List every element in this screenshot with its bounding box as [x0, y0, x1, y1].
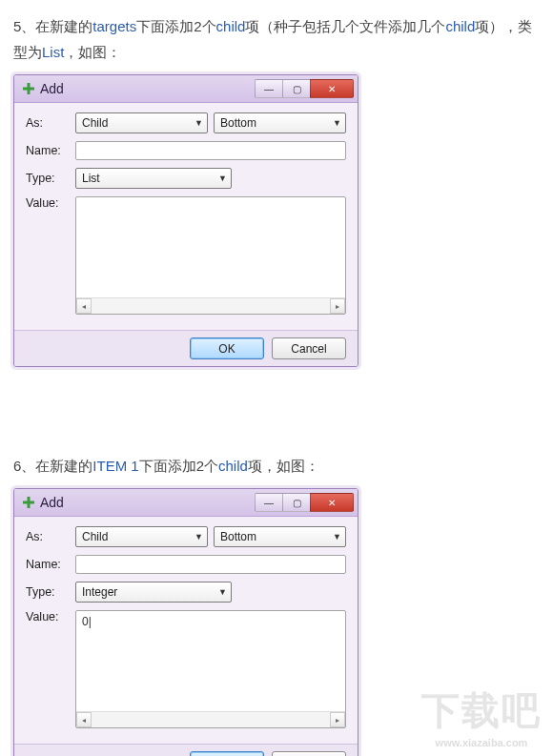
- window-buttons: — ▢ ✕: [256, 79, 354, 98]
- dialog-title: Add: [40, 495, 256, 510]
- as-dropdown[interactable]: Child▼: [75, 112, 208, 133]
- svg-rect-1: [23, 88, 34, 91]
- chevron-down-icon: ▼: [218, 174, 227, 183]
- as-label: As:: [26, 116, 70, 130]
- dialog-title: Add: [40, 81, 256, 96]
- add-dialog-1: Add — ▢ ✕ As: Child▼ Bottom▼ Name: Type:…: [13, 74, 358, 367]
- plus-icon: [22, 82, 35, 95]
- value-textarea[interactable]: ◂ ▸: [75, 196, 346, 315]
- as-label: As:: [26, 530, 70, 543]
- svg-rect-3: [23, 501, 34, 504]
- position-dropdown[interactable]: Bottom▼: [214, 526, 346, 547]
- type-label: Type:: [26, 585, 70, 599]
- scroll-right-icon[interactable]: ▸: [330, 298, 345, 314]
- dialog-footer: OK Cancel: [14, 744, 358, 756]
- plus-icon: [22, 496, 35, 509]
- minimize-button[interactable]: —: [255, 493, 283, 512]
- dialog-body: As: Child▼ Bottom▼ Name: Type: Integer▼ …: [14, 517, 358, 744]
- type-dropdown[interactable]: List▼: [75, 168, 232, 189]
- window-buttons: — ▢ ✕: [256, 493, 354, 512]
- chevron-down-icon: ▼: [333, 118, 341, 128]
- maximize-button[interactable]: ▢: [282, 79, 311, 98]
- dialog-footer: OK Cancel: [14, 330, 358, 366]
- step5-text: 5、在新建的targets下面添加2个child项（种子包括几个文件添加几个ch…: [13, 13, 540, 65]
- step6-text: 6、在新建的ITEM 1下面添加2个child项，如图：: [13, 453, 540, 479]
- horizontal-scrollbar[interactable]: ◂ ▸: [76, 297, 345, 314]
- ok-button[interactable]: OK: [190, 337, 264, 359]
- chevron-down-icon: ▼: [195, 532, 203, 541]
- chevron-down-icon: ▼: [195, 118, 203, 128]
- as-dropdown[interactable]: Child▼: [75, 526, 208, 547]
- scroll-right-icon[interactable]: ▸: [330, 712, 345, 727]
- value-label: Value:: [26, 610, 70, 623]
- name-input[interactable]: [75, 555, 346, 574]
- ok-button[interactable]: OK: [190, 751, 264, 756]
- close-button[interactable]: ✕: [310, 79, 354, 98]
- name-label: Name:: [26, 144, 70, 157]
- name-input[interactable]: [75, 141, 346, 160]
- cancel-button[interactable]: Cancel: [272, 337, 346, 359]
- close-button[interactable]: ✕: [310, 493, 354, 512]
- type-label: Type:: [26, 172, 70, 185]
- dialog-body: As: Child▼ Bottom▼ Name: Type: List▼ Val…: [14, 103, 358, 330]
- titlebar[interactable]: Add — ▢ ✕: [14, 489, 358, 517]
- scroll-left-icon[interactable]: ◂: [76, 712, 92, 727]
- chevron-down-icon: ▼: [218, 587, 227, 597]
- scroll-left-icon[interactable]: ◂: [76, 298, 92, 314]
- add-dialog-2: Add — ▢ ✕ As: Child▼ Bottom▼ Name: Type:…: [13, 488, 358, 756]
- horizontal-scrollbar[interactable]: ◂ ▸: [76, 711, 345, 727]
- value-label: Value:: [26, 196, 70, 210]
- cancel-button[interactable]: Cancel: [272, 751, 346, 756]
- chevron-down-icon: ▼: [333, 532, 341, 541]
- minimize-button[interactable]: —: [255, 79, 283, 98]
- type-dropdown[interactable]: Integer▼: [75, 582, 232, 603]
- watermark: 下载吧 www.xiazaiba.com: [421, 684, 542, 748]
- titlebar[interactable]: Add — ▢ ✕: [14, 75, 358, 103]
- position-dropdown[interactable]: Bottom▼: [214, 112, 346, 133]
- name-label: Name:: [26, 558, 70, 571]
- maximize-button[interactable]: ▢: [282, 493, 311, 512]
- value-textarea[interactable]: 0| ◂ ▸: [75, 610, 346, 728]
